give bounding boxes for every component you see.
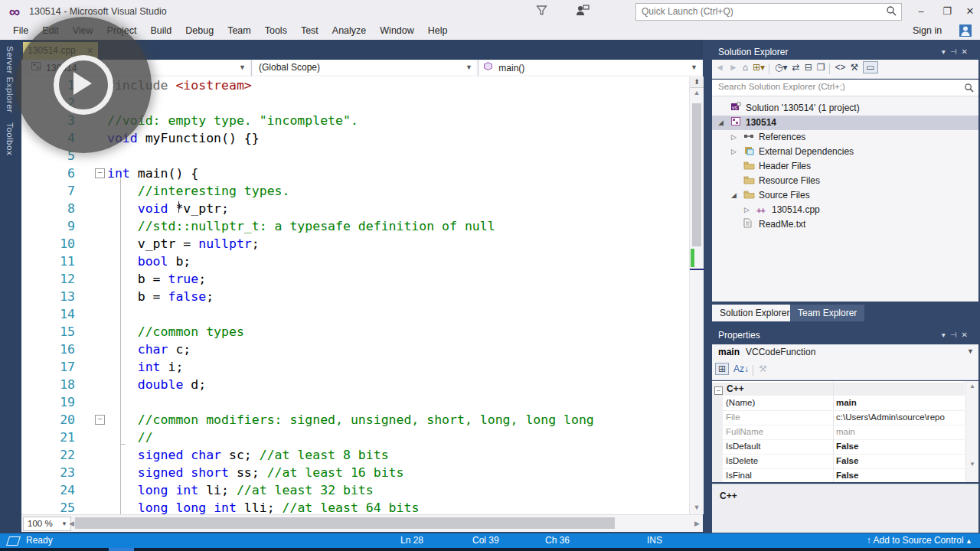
tree-expander-collapsed-icon[interactable]: ▷: [731, 130, 737, 145]
code-editor[interactable]: 1#include <iostream>23//void: empty type…: [21, 77, 689, 514]
scroll-right-arrow-icon[interactable]: ▶: [694, 520, 700, 527]
code-line-8[interactable]: 8 void *v_ptr;: [21, 200, 689, 217]
home-icon[interactable]: ⌂: [743, 62, 748, 73]
property-value[interactable]: main: [836, 425, 963, 439]
properties-category-row[interactable]: –C++: [712, 383, 965, 396]
code-line-13[interactable]: 13 b = false;: [21, 288, 689, 305]
code-line-19[interactable]: 19: [21, 393, 689, 411]
pin-icon[interactable]: ⊣: [950, 47, 962, 56]
code-line-5[interactable]: 5: [21, 147, 689, 165]
search-icon[interactable]: [964, 82, 974, 96]
property-row-isdefault[interactable]: IsDefaultFalse: [712, 439, 965, 455]
show-all-files-icon[interactable]: ❐: [817, 62, 825, 73]
tree-item-source-files[interactable]: ◢Source Files: [712, 188, 978, 203]
collapse-icon[interactable]: –: [714, 386, 723, 395]
scroll-left-arrow-icon[interactable]: ◀: [69, 520, 74, 527]
window-menu-icon[interactable]: ▾: [942, 47, 950, 56]
code-line-14[interactable]: 14: [21, 305, 689, 323]
menu-analyze[interactable]: Analyze: [325, 23, 373, 38]
restore-button[interactable]: ❐: [936, 3, 959, 20]
pin-icon[interactable]: ⊣: [950, 331, 962, 339]
chevron-down-icon[interactable]: ▼: [61, 517, 67, 530]
add-to-source-control-button[interactable]: ↑ Add to Source Control ▲: [867, 535, 972, 546]
pending-changes-filter-icon[interactable]: ◷▾: [775, 62, 788, 73]
alphabetical-icon[interactable]: Az↓: [733, 364, 749, 374]
property-row-isdelete[interactable]: IsDeleteFalse: [712, 454, 965, 469]
nav-forward-icon[interactable]: ►: [729, 62, 738, 73]
property-row-isfinal[interactable]: IsFinalFalse: [712, 468, 965, 482]
code-line-24[interactable]: 24 long int li; //at least 32 bits: [21, 481, 689, 499]
code-line-15[interactable]: 15 //common types: [21, 323, 689, 341]
code-fold-toggle[interactable]: –: [95, 415, 105, 425]
sync-icon[interactable]: ⇄: [792, 62, 800, 73]
vertical-scrollbar-thumb[interactable]: [692, 103, 701, 246]
tab-solution-explorer[interactable]: Solution Explorer: [712, 305, 797, 321]
switch-views-icon[interactable]: ⊞▾: [753, 62, 765, 73]
menu-test[interactable]: Test: [294, 23, 325, 38]
code-fold-toggle[interactable]: –: [95, 168, 105, 178]
tree-expander-collapsed-icon[interactable]: ▷: [744, 203, 750, 217]
chevron-down-icon[interactable]: ▼: [691, 60, 697, 75]
categorized-icon[interactable]: ⊞: [715, 363, 729, 375]
code-line-7[interactable]: 7 //interesting types.: [21, 182, 689, 200]
quick-launch-box[interactable]: Quick Launch (Ctrl+Q): [635, 3, 902, 21]
tree-expander-expanded-icon[interactable]: ◢: [731, 188, 737, 203]
property-value[interactable]: main: [836, 396, 963, 410]
scroll-up-arrow-icon[interactable]: ▲: [690, 89, 704, 96]
tree-item-external-dependencies[interactable]: ▷External Dependencies: [712, 145, 978, 159]
chevron-down-icon[interactable]: ▼: [466, 60, 472, 75]
code-line-6[interactable]: 6int main() {–: [21, 165, 689, 182]
menu-window[interactable]: Window: [373, 23, 420, 38]
user-avatar-icon[interactable]: [959, 24, 972, 41]
feedback-icon[interactable]: [576, 4, 590, 19]
code-line-17[interactable]: 17 int i;: [21, 358, 689, 376]
tree-expander-collapsed-icon[interactable]: ▷: [731, 145, 737, 159]
splitter-handle-icon[interactable]: ⬍: [690, 77, 704, 88]
properties-grid-scrollbar[interactable]: ▲ ▼: [965, 381, 978, 482]
property-row-name[interactable]: (Name)main: [712, 396, 965, 411]
code-line-10[interactable]: 10 v_ptr = nullptr;: [21, 235, 689, 253]
menu-team[interactable]: Team: [220, 23, 258, 38]
property-row-fullname[interactable]: FullNamemain: [712, 425, 965, 440]
tab-team-explorer[interactable]: Team Explorer: [790, 305, 864, 321]
menu-debug[interactable]: Debug: [178, 23, 220, 38]
server-explorer-vertical-tab[interactable]: Server Explorer: [5, 46, 15, 112]
menu-help[interactable]: Help: [421, 23, 455, 38]
menu-file[interactable]: File: [6, 23, 35, 38]
tree-item-130514[interactable]: ◢130514: [712, 116, 978, 130]
scroll-down-arrow-icon[interactable]: ▼: [690, 504, 704, 511]
code-line-20[interactable]: 20 //common modifiers: signed, unsigned,…: [21, 411, 689, 429]
menu-build[interactable]: Build: [143, 23, 178, 38]
tree-expander-expanded-icon[interactable]: ◢: [718, 116, 724, 130]
horizontal-scrollbar-thumb[interactable]: [75, 517, 615, 529]
properties-wrench-icon[interactable]: ⚒: [851, 62, 859, 73]
window-menu-icon[interactable]: ▾: [942, 331, 950, 339]
menu-tools[interactable]: Tools: [258, 23, 294, 38]
member-dropdown[interactable]: main() ▼: [479, 60, 701, 75]
view-code-icon[interactable]: <>: [835, 62, 846, 73]
properties-header[interactable]: Properties ▾⊣✕: [712, 328, 978, 343]
zoom-dropdown[interactable]: 100 % ▼: [23, 517, 71, 531]
tree-item-references[interactable]: ▷References: [712, 130, 978, 145]
code-line-16[interactable]: 16 char c;: [21, 341, 689, 358]
solution-explorer-search-box[interactable]: Search Solution Explorer (Ctrl+;): [712, 80, 978, 96]
tree-item-header-files[interactable]: Header Files: [712, 159, 978, 174]
collapse-all-icon[interactable]: ⊟: [805, 62, 812, 73]
code-line-25[interactable]: 25 long long int lli; //at least 64 bits: [21, 499, 689, 514]
property-row-file[interactable]: Filec:\Users\Admin\source\repo: [712, 410, 965, 425]
code-line-11[interactable]: 11 bool b;: [21, 253, 689, 270]
property-value[interactable]: False: [836, 468, 963, 482]
chevron-down-icon[interactable]: ▼: [967, 347, 974, 355]
toolbox-vertical-tab[interactable]: Toolbox: [5, 122, 15, 155]
minimize-button[interactable]: –: [910, 3, 933, 20]
property-value[interactable]: False: [836, 454, 963, 468]
sign-in-link[interactable]: Sign in: [913, 25, 942, 36]
property-value[interactable]: False: [836, 439, 963, 454]
scroll-down-arrow-icon[interactable]: ▼: [966, 461, 978, 468]
chevron-down-icon[interactable]: ▼: [239, 60, 246, 75]
code-line-12[interactable]: 12 b = true;: [21, 270, 689, 288]
property-value[interactable]: c:\Users\Admin\source\repo: [836, 410, 963, 425]
close-button[interactable]: ✕: [959, 3, 980, 20]
nav-back-icon[interactable]: ◄: [715, 62, 724, 73]
scroll-up-arrow-icon[interactable]: ▲: [966, 383, 978, 390]
